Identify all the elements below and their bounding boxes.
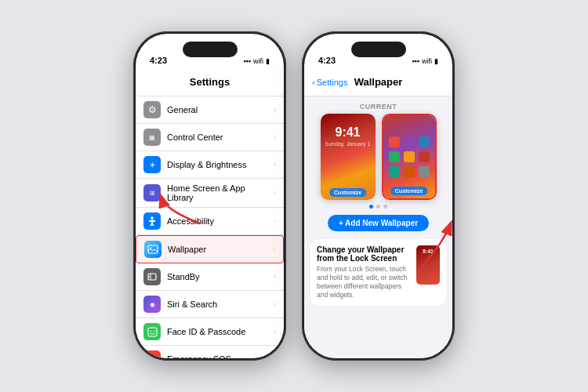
wallpaper-header: ‹ Settings Wallpaper <box>304 68 452 96</box>
settings-header: Settings <box>136 68 284 96</box>
settings-item-display[interactable]: ☀ Display & Brightness › <box>136 151 284 179</box>
settings-item-wallpaper[interactable]: Wallpaper › <box>136 235 284 263</box>
time-right: 4:23 <box>318 56 336 65</box>
lock-screen-preview[interactable]: 9:41 Sunday, January 1 Customize <box>321 114 376 200</box>
wallpaper-label: Wallpaper <box>168 245 273 254</box>
dot-1 <box>369 205 373 209</box>
home-screen-preview[interactable]: Customize <box>382 114 437 200</box>
settings-section-1: ⚙ General › ▦ Control Center › ☀ Display… <box>136 96 284 358</box>
svg-point-12 <box>153 330 154 332</box>
add-wallpaper-section: + Add New Wallpaper <box>304 213 452 236</box>
signal-icon: ▪▪▪ <box>243 57 251 65</box>
faceid-label: Face ID & Passcode <box>167 327 274 336</box>
settings-item-general[interactable]: ⚙ General › <box>136 96 284 124</box>
settings-list[interactable]: ⚙ General › ▦ Control Center › ☀ Display… <box>136 96 284 358</box>
accessibility-label: Accessibility <box>167 216 274 226</box>
dot-3 <box>383 205 387 209</box>
phone-shell-left: 4:23 ▪▪▪ wifi ▮ Settings ⚙ General <box>133 31 286 361</box>
app-row-1 <box>389 136 430 147</box>
lock-date: Sunday, January 1 <box>325 141 371 147</box>
battery-icon: ▮ <box>266 57 270 65</box>
wallpaper-chevron: › <box>273 245 275 253</box>
display-chevron: › <box>274 161 276 169</box>
standby-chevron: › <box>274 273 276 281</box>
dynamic-island-right <box>351 42 406 57</box>
settings-item-siri[interactable]: ◉ Siri & Search › <box>136 291 284 318</box>
phone-left: 4:23 ▪▪▪ wifi ▮ Settings ⚙ General <box>133 31 286 361</box>
add-wallpaper-button[interactable]: + Add New Wallpaper <box>328 215 429 231</box>
wifi-icon-r: wifi <box>422 57 432 65</box>
signal-icon-r: ▪▪▪ <box>412 57 419 65</box>
settings-item-sos[interactable]: SOS Emergency SOS › <box>136 346 284 358</box>
dot-2 <box>376 205 380 209</box>
app-row-2 <box>389 151 430 162</box>
sos-chevron: › <box>274 355 276 358</box>
lock-customize-btn[interactable]: Customize <box>329 188 366 197</box>
siri-chevron: › <box>274 300 276 308</box>
wallpaper-icon <box>144 241 162 258</box>
app-dot <box>389 136 400 147</box>
app-dot <box>404 136 415 147</box>
sos-label: Emergency SOS <box>167 354 274 358</box>
control-center-label: Control Center <box>167 132 274 142</box>
settings-title: Settings <box>190 76 230 88</box>
wallpaper-info-text: Change your Wallpaper from the Lock Scre… <box>317 245 410 299</box>
app-dot <box>419 136 430 147</box>
info-thumbnail: 9:41 <box>416 245 440 285</box>
thumb-time: 9:41 <box>423 249 434 254</box>
faceid-icon <box>143 323 161 340</box>
app-dot <box>404 151 415 162</box>
app-dot <box>419 151 430 162</box>
settings-item-accessibility[interactable]: Accessibility › <box>136 208 284 235</box>
phone-screen-right: 4:23 ▪▪▪ wifi ▮ ‹ Settings Wallpaper CUR… <box>304 34 452 358</box>
lock-time: 9:41 <box>335 125 360 140</box>
settings-item-control-center[interactable]: ▦ Control Center › <box>136 124 284 151</box>
homescreen-icon: ⊞ <box>143 184 161 201</box>
back-chevron: ‹ <box>312 78 315 87</box>
faceid-chevron: › <box>274 328 276 336</box>
wallpaper-info-section: Change your Wallpaper from the Lock Scre… <box>310 239 446 306</box>
accessibility-icon <box>143 212 161 230</box>
general-label: General <box>167 105 274 114</box>
svg-point-11 <box>150 330 151 332</box>
wifi-icon: wifi <box>253 57 263 65</box>
phone-shell-right: 4:23 ▪▪▪ wifi ▮ ‹ Settings Wallpaper CUR… <box>302 31 455 361</box>
display-icon: ☀ <box>143 156 161 173</box>
siri-label: Siri & Search <box>167 299 274 309</box>
info-title: Change your Wallpaper from the Lock Scre… <box>317 245 410 263</box>
general-chevron: › <box>274 106 276 114</box>
settings-item-standby[interactable]: StandBy › <box>136 263 284 291</box>
status-icons-left: ▪▪▪ wifi ▮ <box>243 57 270 65</box>
control-center-chevron: › <box>274 133 276 141</box>
info-desc: From your Lock Screen, touch and hold to… <box>317 265 410 299</box>
dynamic-island-left <box>183 42 238 57</box>
settings-item-faceid[interactable]: Face ID & Passcode › <box>136 318 284 346</box>
svg-rect-10 <box>148 328 157 336</box>
lock-screen-bg: 9:41 Sunday, January 1 <box>321 114 376 200</box>
settings-item-homescreen[interactable]: ⊞ Home Screen & App Library › <box>136 179 284 208</box>
app-dot <box>389 151 400 162</box>
general-icon: ⚙ <box>143 101 161 118</box>
siri-icon: ◉ <box>143 296 161 313</box>
svg-point-9 <box>149 276 151 278</box>
time-left: 4:23 <box>150 56 167 65</box>
homescreen-label: Home Screen & App Library <box>167 183 274 202</box>
phone-screen-left: 4:23 ▪▪▪ wifi ▮ Settings ⚙ General <box>136 34 284 358</box>
phone-right: 4:23 ▪▪▪ wifi ▮ ‹ Settings Wallpaper CUR… <box>302 31 455 361</box>
app-dot <box>389 166 400 177</box>
display-label: Display & Brightness <box>167 160 274 169</box>
homescreen-chevron: › <box>274 189 276 197</box>
wallpaper-page-title: Wallpaper <box>354 76 403 88</box>
home-customize-btn[interactable]: Customize <box>390 187 427 195</box>
accessibility-chevron: › <box>274 217 276 225</box>
sos-icon: SOS <box>143 350 161 358</box>
back-button[interactable]: ‹ Settings <box>312 78 347 87</box>
wallpaper-previews: 9:41 Sunday, January 1 Customize <box>304 114 452 200</box>
app-dot <box>419 166 430 177</box>
page-dots <box>304 200 452 213</box>
current-label: CURRENT <box>304 96 452 114</box>
wallpaper-content: CURRENT 9:41 Sunday, January 1 Customize <box>304 96 452 358</box>
app-row-3 <box>389 166 430 177</box>
control-center-icon: ▦ <box>143 129 161 146</box>
back-label: Settings <box>317 78 348 87</box>
